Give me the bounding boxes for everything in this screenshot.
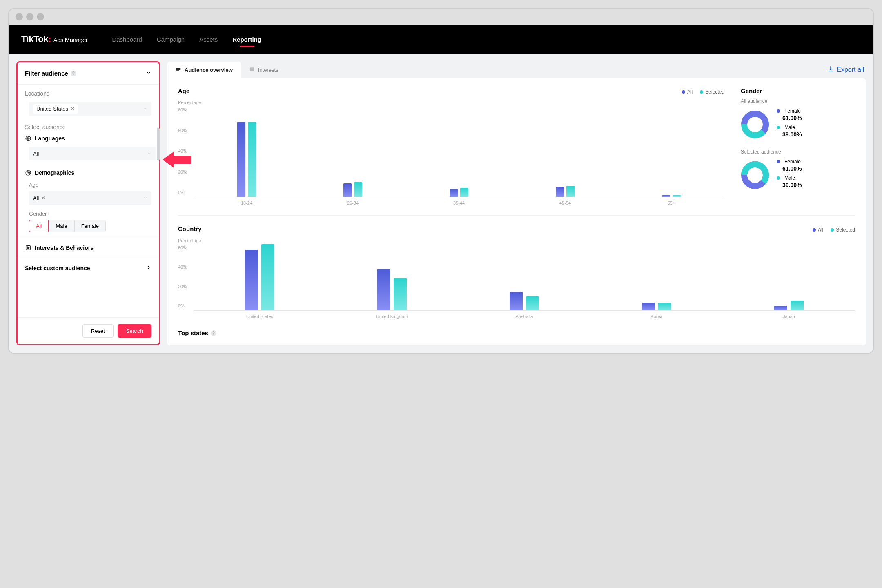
target-icon [25, 169, 31, 176]
gender-male-pct-2: 39.00% [782, 182, 802, 188]
export-all-link[interactable]: Export all [825, 61, 866, 78]
gender-segmented: AllMaleFemale [29, 220, 151, 232]
close-icon[interactable]: ✕ [41, 195, 45, 201]
bar [566, 186, 575, 197]
locations-label: Locations [25, 90, 151, 97]
location-chip: United States ✕ [33, 104, 78, 114]
close-icon[interactable]: ✕ [71, 106, 75, 111]
tab-audience-overview[interactable]: Audience overview [167, 62, 241, 78]
country-x-labels: United StatesUnited KingdomAustraliaKore… [194, 311, 855, 319]
gender-female-pct-2: 61.00% [782, 165, 802, 172]
age-plot [194, 107, 724, 197]
nav-tab-assets[interactable]: Assets [199, 26, 218, 53]
nav-tab-dashboard[interactable]: Dashboard [112, 26, 142, 53]
svg-marker-5 [28, 247, 29, 249]
x-tick: United States [194, 311, 326, 319]
scrollbar-thumb[interactable] [157, 128, 160, 160]
country-plot [194, 245, 855, 311]
bar [556, 187, 564, 197]
tab-interests[interactable]: Interests [241, 62, 287, 78]
brand-colon: : [48, 34, 51, 45]
chevron-down-icon [147, 151, 151, 157]
browser-titlebar [9, 9, 873, 24]
bar [526, 296, 539, 310]
gender-male-label-2: Male [784, 175, 795, 181]
chevron-down-icon[interactable] [146, 70, 151, 77]
gender-label: Gender [29, 211, 151, 217]
top-states-label: Top states [178, 330, 208, 336]
gender-option-male[interactable]: Male [49, 220, 74, 232]
brand-logo: TikTok: Ads Manager [21, 34, 87, 45]
custom-audience-label: Select custom audience [25, 265, 90, 272]
sidebar-title: Filter audience [25, 70, 68, 77]
brand-name: TikTok [21, 34, 48, 45]
interests-behaviors-row[interactable]: Interests & Behaviors [18, 238, 159, 258]
bar [354, 182, 362, 197]
x-tick: 45-54 [512, 197, 618, 205]
gender-option-female[interactable]: Female [74, 220, 106, 232]
traffic-light-dot [16, 13, 23, 20]
interests-label: Interests & Behaviors [35, 245, 94, 251]
age-legend: All Selected [682, 89, 724, 95]
main-tabs: Audience overviewInterests Export all [167, 61, 866, 78]
bar [791, 301, 804, 310]
top-navbar: TikTok: Ads Manager DashboardCampaignAss… [9, 24, 873, 54]
tab-icon [249, 67, 255, 74]
gender-male-label: Male [784, 125, 795, 130]
gender-panel: Gender All audience Female [741, 87, 855, 205]
traffic-light-dot [37, 13, 44, 20]
bar [394, 278, 407, 311]
bar [460, 188, 468, 197]
svg-point-3 [28, 172, 29, 173]
main-panel: Audience overviewInterests Export all Ag… [167, 61, 866, 345]
gender-female-label-2: Female [784, 159, 801, 165]
bar-group [406, 107, 512, 197]
search-button[interactable]: Search [118, 324, 151, 338]
locations-select[interactable]: United States ✕ [29, 102, 151, 116]
languages-select[interactable]: All [29, 147, 156, 160]
gender-male-pct: 39.00% [782, 131, 802, 138]
play-icon [25, 245, 31, 251]
report-card: Age All Selected Percentage 80%60%40%20%… [167, 78, 866, 345]
help-icon[interactable]: ? [211, 330, 216, 336]
bar [343, 183, 352, 197]
gender-female-label: Female [784, 108, 801, 114]
x-tick: 18-24 [194, 197, 300, 205]
legend-selected-2: Selected [836, 227, 855, 233]
download-icon [827, 65, 834, 74]
legend-all-2: All [818, 227, 823, 233]
top-states-title: Top states ? [178, 330, 855, 336]
bar [237, 122, 245, 197]
help-icon[interactable]: ? [71, 71, 76, 76]
bar-group [512, 107, 618, 197]
bar [450, 189, 458, 197]
languages-value: All [33, 151, 39, 157]
x-tick: 25-34 [300, 197, 406, 205]
nav-tab-campaign[interactable]: Campaign [157, 26, 185, 53]
svg-rect-6 [250, 67, 254, 71]
nav-tab-reporting[interactable]: Reporting [232, 26, 261, 53]
country-ylabel: Percentage [178, 238, 855, 243]
sidebar-header[interactable]: Filter audience ? [18, 62, 159, 85]
age-ylabel: Percentage [178, 100, 724, 105]
bar [377, 269, 390, 310]
globe-icon [25, 135, 31, 142]
traffic-light-dot [26, 13, 33, 20]
bar-group [300, 107, 406, 197]
age-select[interactable]: All ✕ [29, 191, 151, 205]
bar [774, 306, 787, 310]
custom-audience-row[interactable]: Select custom audience [18, 258, 159, 278]
bar [510, 292, 523, 310]
reset-button[interactable]: Reset [82, 324, 114, 338]
gender-option-all[interactable]: All [29, 220, 49, 232]
country-panel: Country All Selected Percentage 60%40%20… [178, 225, 855, 319]
filter-sidebar: Filter audience ? Locations United State… [16, 61, 160, 345]
brand-subtitle: Ads Manager [53, 36, 88, 43]
country-title: Country [178, 225, 202, 232]
age-panel: Age All Selected Percentage 80%60%40%20%… [178, 87, 724, 205]
x-tick: United Kingdom [326, 311, 458, 319]
bar [662, 195, 670, 197]
bar-group [618, 107, 724, 197]
age-label: Age [29, 182, 151, 188]
chevron-down-icon [143, 195, 147, 201]
